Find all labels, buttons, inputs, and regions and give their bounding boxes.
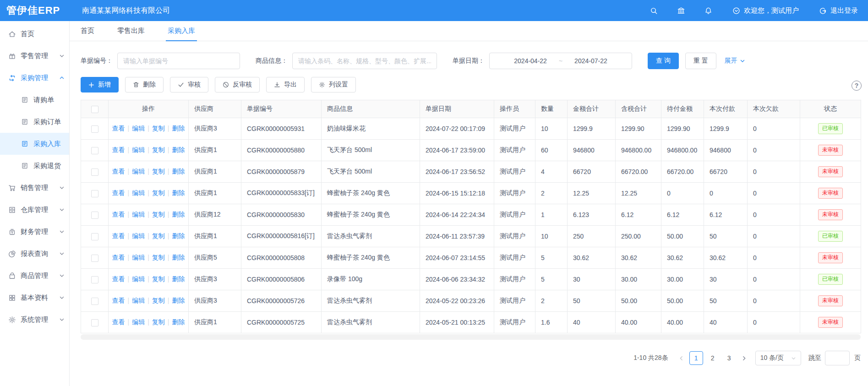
copy-link[interactable]: 复制 xyxy=(152,232,165,239)
view-link[interactable]: 查看 xyxy=(112,318,125,326)
edit-link[interactable]: 编辑 xyxy=(132,125,145,132)
edit-link[interactable]: 编辑 xyxy=(132,232,145,239)
tab-home[interactable]: 首页 xyxy=(72,21,103,41)
sidebar-item-sales-mgmt[interactable]: 销售管理 xyxy=(0,177,69,199)
user-menu[interactable]: 欢迎您，测试用户 xyxy=(732,6,799,15)
reset-button[interactable]: 重 置 xyxy=(685,53,716,69)
goods-info-input[interactable] xyxy=(292,53,437,69)
sidebar-item-purchase-inbound[interactable]: 采购入库 xyxy=(0,133,69,155)
page-button-2[interactable]: 2 xyxy=(706,351,720,365)
cell-supplier: 供应商1 xyxy=(189,183,241,204)
copy-link[interactable]: 复制 xyxy=(152,125,165,132)
edit-link[interactable]: 编辑 xyxy=(132,275,145,283)
sidebar-item-purchase-order[interactable]: 采购订单 xyxy=(0,111,69,133)
search-button[interactable]: 查 询 xyxy=(648,53,679,69)
delete-link[interactable]: 删除 xyxy=(172,232,185,239)
view-link[interactable]: 查看 xyxy=(112,146,125,153)
delete-link[interactable]: 删除 xyxy=(172,189,185,196)
date-start-value[interactable]: 2024-04-22 xyxy=(514,57,547,65)
view-link[interactable]: 查看 xyxy=(112,189,125,196)
row-checkbox[interactable] xyxy=(91,212,98,219)
tab-retail-outbound[interactable]: 零售出库 xyxy=(109,21,153,41)
sidebar-item-home[interactable]: 首页 xyxy=(0,23,69,45)
cell-order-no: CGRK00000005931 xyxy=(241,118,322,140)
sidebar-item-purchase-mgmt[interactable]: 采购管理 xyxy=(0,67,69,89)
copy-link[interactable]: 复制 xyxy=(152,318,165,326)
copy-link[interactable]: 复制 xyxy=(152,146,165,153)
expand-link[interactable]: 展开 xyxy=(725,57,745,65)
row-checkbox[interactable] xyxy=(91,147,98,154)
row-checkbox[interactable] xyxy=(91,276,98,283)
view-link[interactable]: 查看 xyxy=(112,125,125,132)
sidebar-item-report-query[interactable]: 报表查询 xyxy=(0,243,69,265)
sidebar-item-system-mgmt[interactable]: 系统管理 xyxy=(0,309,69,331)
row-checkbox[interactable] xyxy=(91,298,98,305)
delete-link[interactable]: 删除 xyxy=(172,297,185,304)
copy-link[interactable]: 复制 xyxy=(152,275,165,283)
table-row: 查看|编辑|复制|删除 供应商1 CGRK00000005833[订] 蜂蜜柚子… xyxy=(81,183,861,204)
copy-link[interactable]: 复制 xyxy=(152,189,165,196)
next-page-button[interactable] xyxy=(737,355,751,361)
view-link[interactable]: 查看 xyxy=(112,275,125,283)
delete-link[interactable]: 删除 xyxy=(172,275,185,283)
page-button-3[interactable]: 3 xyxy=(722,351,736,365)
export-button[interactable]: 导出 xyxy=(266,77,305,92)
search-icon[interactable] xyxy=(650,7,658,15)
view-link[interactable]: 查看 xyxy=(112,254,125,261)
tab-purchase-inbound[interactable]: 采购入库 xyxy=(159,21,203,41)
help-icon[interactable]: ? xyxy=(852,81,862,91)
edit-link[interactable]: 编辑 xyxy=(132,211,145,218)
view-link[interactable]: 查看 xyxy=(112,297,125,304)
sidebar-item-finance-mgmt[interactable]: 财务管理 xyxy=(0,221,69,243)
sidebar-item-retail-mgmt[interactable]: 零售管理 xyxy=(0,45,69,67)
copy-link[interactable]: 复制 xyxy=(152,297,165,304)
sidebar-item-purchase-request[interactable]: 请购单 xyxy=(0,89,69,111)
order-no-input[interactable] xyxy=(117,53,240,69)
bell-icon[interactable] xyxy=(704,7,712,15)
date-end-value[interactable]: 2024-07-22 xyxy=(574,57,607,65)
delete-link[interactable]: 删除 xyxy=(172,318,185,326)
edit-link[interactable]: 编辑 xyxy=(132,168,145,175)
sidebar-item-purchase-return[interactable]: 采购退货 xyxy=(0,155,69,177)
delete-link[interactable]: 删除 xyxy=(172,146,185,153)
edit-link[interactable]: 编辑 xyxy=(132,146,145,153)
copy-link[interactable]: 复制 xyxy=(152,254,165,261)
edit-link[interactable]: 编辑 xyxy=(132,254,145,261)
sidebar-item-basic-data[interactable]: 基本资料 xyxy=(0,287,69,309)
select-all-checkbox[interactable] xyxy=(91,106,98,113)
row-checkbox[interactable] xyxy=(91,319,98,326)
row-checkbox[interactable] xyxy=(91,190,98,197)
row-checkbox[interactable] xyxy=(91,233,98,240)
view-link[interactable]: 查看 xyxy=(112,232,125,239)
page-size-select[interactable]: 10 条/页 xyxy=(755,351,801,365)
view-link[interactable]: 查看 xyxy=(112,168,125,175)
prev-page-button[interactable] xyxy=(675,355,688,361)
sidebar-item-warehouse-mgmt[interactable]: 仓库管理 xyxy=(0,199,69,221)
bank-icon[interactable] xyxy=(677,6,685,15)
delete-button[interactable]: 删除 xyxy=(125,77,164,92)
edit-link[interactable]: 编辑 xyxy=(132,189,145,196)
unaudit-button[interactable]: 反审核 xyxy=(215,77,260,92)
date-range-picker[interactable]: 2024-04-22 ~ 2024-07-22 xyxy=(489,53,632,69)
add-button[interactable]: 新增 xyxy=(81,77,119,92)
cell-order-date: 2024-06-17 23:56:52 xyxy=(420,161,494,183)
view-link[interactable]: 查看 xyxy=(112,211,125,218)
delete-link[interactable]: 删除 xyxy=(172,125,185,132)
copy-link[interactable]: 复制 xyxy=(152,211,165,218)
row-checkbox[interactable] xyxy=(91,169,98,176)
delete-link[interactable]: 删除 xyxy=(172,168,185,175)
delete-link[interactable]: 删除 xyxy=(172,211,185,218)
logout-button[interactable]: 退出登录 xyxy=(819,6,858,15)
edit-link[interactable]: 编辑 xyxy=(132,297,145,304)
jump-to-input[interactable] xyxy=(825,351,850,365)
edit-link[interactable]: 编辑 xyxy=(132,318,145,326)
row-checkbox[interactable] xyxy=(91,255,98,262)
horizontal-scrollbar[interactable] xyxy=(81,334,861,340)
row-checkbox[interactable] xyxy=(91,125,98,133)
column-settings-button[interactable]: 列设置 xyxy=(311,77,356,92)
audit-button[interactable]: 审核 xyxy=(170,77,208,92)
copy-link[interactable]: 复制 xyxy=(152,168,165,175)
page-button-1[interactable]: 1 xyxy=(689,351,703,365)
sidebar-item-goods-mgmt[interactable]: 商品管理 xyxy=(0,265,69,287)
delete-link[interactable]: 删除 xyxy=(172,254,185,261)
